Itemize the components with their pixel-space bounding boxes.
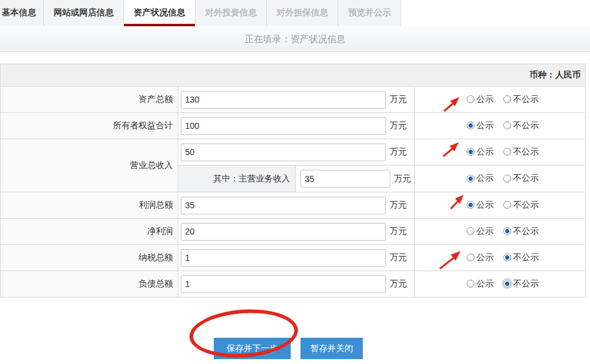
public-radio[interactable]	[467, 227, 475, 235]
row-label-net-profit: 净利润	[1, 219, 178, 245]
private-radio[interactable]	[503, 227, 511, 235]
unit-label: 万元	[390, 94, 407, 105]
red-arrow-annotation	[442, 141, 460, 158]
tab-website-info[interactable]: 网站或网店信息	[44, 0, 124, 26]
tab-bar: 基本信息 网站或网店信息 资产状况信息 对外投资信息 对外担保信息 预览并公示	[0, 0, 590, 26]
private-radio[interactable]	[503, 201, 511, 209]
public-radio[interactable]	[467, 175, 475, 183]
row-label-total-assets: 资产总额	[1, 87, 178, 113]
table-row: 资产总额 万元 公示 不公示	[1, 87, 586, 113]
private-radio-label: 不公示	[513, 200, 539, 211]
public-radio-label: 公示	[476, 252, 493, 263]
red-arrow-annotation	[438, 250, 462, 270]
private-radio[interactable]	[503, 122, 511, 129]
public-radio-label: 公示	[476, 94, 493, 105]
public-radio[interactable]	[467, 201, 475, 209]
asset-status-table: 币种：人民币 资产总额 万元 公示 不公示	[0, 64, 586, 297]
owner-equity-input[interactable]	[181, 117, 386, 135]
unit-label: 万元	[390, 120, 407, 131]
unit-label: 万元	[390, 226, 407, 237]
public-radio[interactable]	[467, 148, 475, 156]
total-profit-input[interactable]	[181, 197, 386, 214]
private-radio[interactable]	[503, 95, 511, 103]
currency-header-row: 币种：人民币	[1, 64, 586, 87]
currency-label: 币种：人民币	[1, 64, 586, 87]
row-label-total-liabilities: 负债总额	[1, 271, 178, 297]
red-arrow-annotation	[442, 96, 461, 112]
unit-label: 万元	[390, 252, 407, 263]
public-radio-label: 公示	[476, 173, 493, 184]
total-tax-input[interactable]	[181, 249, 386, 267]
table-row: 营业总收入 万元 公示 不公示	[1, 139, 586, 166]
public-radio-label: 公示	[476, 120, 493, 131]
main-business-income-input[interactable]	[300, 170, 390, 187]
table-row: 负债总额 万元 公示 不公示	[1, 271, 586, 297]
tab-asset-status[interactable]: 资产状况信息	[124, 0, 195, 26]
table-row: 净利润 万元 公示 不公示	[1, 219, 586, 245]
private-radio-label: 不公示	[513, 252, 539, 263]
asset-status-form-page: 基本信息 网站或网店信息 资产状况信息 对外投资信息 对外担保信息 预览并公示 …	[0, 0, 590, 364]
private-radio-label: 不公示	[513, 94, 539, 105]
unit-label: 万元	[394, 173, 411, 184]
table-row: 利润总额 万元 公示 不公示	[1, 192, 586, 219]
public-radio-label: 公示	[476, 226, 493, 237]
tab-external-guarantee: 对外担保信息	[267, 0, 338, 26]
private-radio[interactable]	[503, 280, 511, 288]
row-label-main-business-income: 其中：主营业务收入	[178, 166, 296, 192]
public-radio-label: 公示	[476, 200, 493, 211]
total-liabilities-input[interactable]	[181, 275, 386, 293]
tab-preview-publish: 预览并公示	[338, 0, 401, 26]
unit-label: 万元	[390, 278, 407, 289]
tab-basic-info[interactable]: 基本信息	[0, 0, 44, 26]
public-radio[interactable]	[467, 122, 475, 129]
operating-income-input[interactable]	[181, 144, 386, 161]
current-section-banner: 正在填录：资产状况信息	[0, 26, 590, 52]
public-radio[interactable]	[467, 95, 475, 103]
private-radio-label: 不公示	[513, 278, 539, 289]
unit-label: 万元	[390, 147, 407, 158]
row-label-owner-equity: 所有者权益合计	[1, 113, 178, 139]
public-radio-label: 公示	[476, 147, 493, 158]
public-radio[interactable]	[467, 253, 475, 261]
private-radio-label: 不公示	[513, 226, 539, 237]
private-radio[interactable]	[503, 175, 511, 183]
row-label-total-profit: 利润总额	[1, 192, 178, 219]
red-arrow-annotation	[449, 194, 465, 210]
net-profit-input[interactable]	[181, 223, 386, 241]
table-row: 纳税总额 万元 公示 不公示	[1, 245, 586, 271]
row-label-total-tax: 纳税总额	[1, 245, 178, 271]
total-assets-input[interactable]	[181, 91, 386, 109]
private-radio-label: 不公示	[513, 173, 539, 184]
private-radio-label: 不公示	[513, 120, 539, 131]
tab-external-investment: 对外投资信息	[195, 0, 267, 26]
table-row: 所有者权益合计 万元 公示 不公示	[1, 113, 586, 139]
public-radio-label: 公示	[476, 278, 493, 289]
private-radio[interactable]	[503, 253, 511, 261]
private-radio-label: 不公示	[513, 147, 539, 158]
save-and-close-button[interactable]: 暂存并关闭	[300, 338, 363, 359]
public-radio[interactable]	[467, 280, 475, 288]
save-and-next-button[interactable]: 保存并下一步	[214, 338, 291, 359]
unit-label: 万元	[390, 200, 407, 211]
private-radio[interactable]	[503, 148, 511, 156]
row-label-operating-income: 营业总收入	[1, 139, 178, 192]
